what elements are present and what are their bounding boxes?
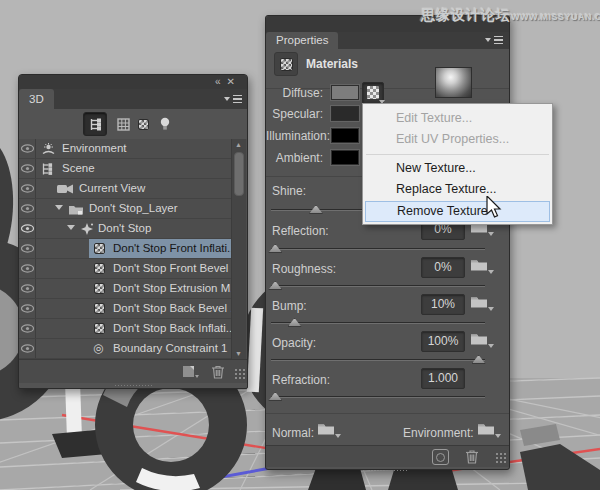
material-ball-button[interactable]: [432, 449, 449, 465]
tree-row-mesh[interactable]: Don't Stop: [19, 219, 231, 239]
visibility-toggle[interactable]: [19, 219, 36, 238]
bump-label: Bump:: [272, 299, 307, 313]
eye-icon: [21, 304, 34, 313]
row-label: Don't Stop Back Inflati...: [113, 319, 235, 338]
tree-row-environment[interactable]: Environment: [19, 139, 231, 159]
folder-icon: [471, 295, 488, 308]
bump-row: Bump: 10%: [266, 296, 509, 316]
reflection-slider[interactable]: [271, 244, 485, 254]
visibility-toggle[interactable]: [19, 179, 36, 198]
bump-value[interactable]: 10%: [421, 294, 465, 315]
panel-drag-handle[interactable]: [369, 469, 407, 473]
menu-item-replace-texture[interactable]: Replace Texture...: [365, 179, 550, 200]
roughness-value[interactable]: 0%: [421, 257, 465, 278]
row-label: Don't Stop Front Bevel ...: [113, 259, 241, 278]
tab-3d[interactable]: 3D: [19, 89, 54, 109]
tree-row-material[interactable]: Don't Stop Back Inflati...: [19, 319, 231, 339]
3d-panel-titlebar[interactable]: «✕: [19, 75, 247, 89]
materials-icon: [274, 52, 298, 76]
collapse-panel-icon[interactable]: «: [215, 76, 227, 87]
bump-slider[interactable]: [271, 318, 485, 328]
maps-row: Normal: Environment:: [266, 423, 509, 443]
visibility-toggle[interactable]: [19, 319, 36, 338]
refraction-slider[interactable]: [271, 392, 485, 402]
panel-menu-icon[interactable]: [485, 35, 503, 46]
scrollbar[interactable]: ▲ ▼: [231, 139, 246, 359]
bump-texture-button[interactable]: [471, 295, 493, 315]
scroll-up-icon[interactable]: ▲: [235, 141, 242, 148]
filter-scene-button[interactable]: [83, 112, 107, 136]
watermark-site-name: 思缘设计论坛: [421, 7, 511, 23]
tree-row-current-view[interactable]: Current View: [19, 179, 231, 199]
row-label: Boundary Constraint 1: [113, 339, 227, 358]
tab-properties[interactable]: Properties: [266, 32, 338, 49]
roughness-label: Roughness:: [272, 262, 336, 276]
visibility-toggle[interactable]: [19, 339, 36, 358]
tree-row-material[interactable]: Don't Stop Extrusion M...: [19, 279, 231, 299]
visibility-toggle[interactable]: [19, 199, 36, 218]
menu-item-new-texture[interactable]: New Texture...: [365, 158, 550, 179]
tree-row-constraint[interactable]: ◎ Boundary Constraint 1: [19, 339, 231, 359]
visibility-toggle[interactable]: [19, 159, 36, 178]
visibility-toggle[interactable]: [19, 239, 36, 258]
eye-icon: [21, 184, 34, 193]
filter-material-button[interactable]: [131, 112, 155, 136]
shine-label: Shine:: [272, 184, 306, 198]
environment-icon: [41, 143, 56, 155]
eye-icon: [21, 144, 34, 153]
collapse-expander-icon[interactable]: [67, 225, 75, 230]
roughness-texture-button[interactable]: [471, 258, 493, 278]
roughness-slider[interactable]: [271, 281, 485, 291]
properties-tabrow: Properties: [266, 32, 509, 49]
tree-row-material[interactable]: Don't Stop Front Bevel ...: [19, 259, 231, 279]
diffuse-label: Diffuse:: [266, 86, 323, 100]
delete-trash-button[interactable]: [465, 449, 479, 464]
panel-menu-icon[interactable]: [224, 94, 242, 105]
eye-icon: [21, 204, 34, 213]
eye-icon: [21, 324, 34, 333]
eye-icon: [21, 344, 34, 353]
diffuse-color-swatch[interactable]: [331, 85, 359, 100]
visibility-toggle[interactable]: [19, 279, 36, 298]
tree-row-material-selected[interactable]: Don't Stop Front Inflati...: [19, 239, 231, 259]
ambient-color-swatch[interactable]: [331, 150, 359, 165]
roughness-row: Roughness: 0%: [266, 259, 509, 279]
tree-row-layer-group[interactable]: Don't Stop_Layer: [19, 199, 231, 219]
diffuse-texture-button[interactable]: [362, 82, 384, 104]
scroll-thumb[interactable]: [234, 152, 244, 196]
scroll-down-icon[interactable]: ▼: [235, 350, 242, 357]
menu-item-remove-texture[interactable]: Remove Texture: [365, 201, 550, 222]
visibility-toggle[interactable]: [19, 259, 36, 278]
panel-drag-handle[interactable]: [114, 384, 152, 388]
visibility-toggle[interactable]: [19, 139, 36, 158]
opacity-value[interactable]: 100%: [421, 331, 465, 352]
opacity-texture-button[interactable]: [471, 332, 493, 352]
illumination-color-swatch[interactable]: [331, 128, 359, 143]
mesh-grid-icon: [117, 118, 130, 131]
environment-texture-button[interactable]: [478, 422, 500, 442]
scene-tree-icon: [41, 163, 55, 175]
folder-icon: [471, 332, 488, 345]
new-item-button[interactable]: [182, 365, 199, 379]
3d-panel-bottombar: [19, 359, 247, 383]
refraction-row: Refraction: 1.000: [266, 370, 509, 390]
folder-icon: [471, 258, 488, 271]
close-panel-icon[interactable]: ✕: [227, 76, 241, 87]
resize-grip[interactable]: [234, 368, 245, 379]
normal-texture-button[interactable]: [318, 422, 340, 442]
eye-icon: [21, 164, 34, 173]
refraction-value[interactable]: 1.000: [421, 368, 465, 389]
collapse-expander-icon[interactable]: [55, 205, 63, 210]
properties-panel: Properties Materials Diffuse: Specular: …: [265, 15, 510, 470]
delete-trash-button[interactable]: [211, 365, 225, 379]
folder-icon: [478, 422, 495, 435]
visibility-toggle[interactable]: [19, 299, 36, 318]
tree-row-material[interactable]: Don't Stop Back Bevel ...: [19, 299, 231, 319]
scene-tree-icon: [89, 118, 102, 131]
filter-light-button[interactable]: [153, 112, 177, 136]
tree-row-scene[interactable]: Scene: [19, 159, 231, 179]
opacity-slider[interactable]: [271, 355, 485, 365]
specular-color-swatch[interactable]: [331, 106, 359, 121]
resize-grip[interactable]: [495, 452, 506, 463]
material-preview-sphere[interactable]: [435, 67, 472, 98]
